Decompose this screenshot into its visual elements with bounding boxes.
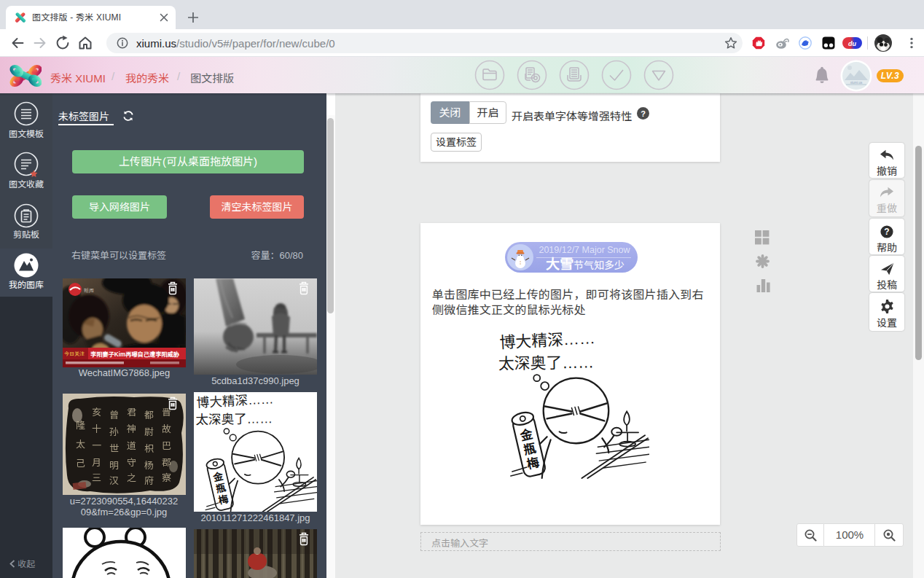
svg-text:府: 府 [144,475,154,486]
svg-text:?: ? [641,109,646,118]
svg-text:道: 道 [127,440,136,451]
svg-text:新闻: 新闻 [84,288,94,293]
svg-text:汉: 汉 [109,475,119,486]
svg-text:太: 太 [76,439,85,450]
svg-text:君: 君 [127,407,136,418]
svg-text:守: 守 [127,457,136,468]
svg-text:都: 都 [144,410,154,421]
svg-text:曾: 曾 [109,410,119,421]
svg-text:?: ? [884,227,889,237]
svg-text:枳: 枳 [144,443,154,454]
svg-text:之: 之 [127,472,136,483]
svg-text:神: 神 [127,423,136,434]
svg-text:隆: 隆 [76,420,85,431]
svg-text:亥: 亥 [92,407,101,418]
svg-text:月: 月 [92,457,101,468]
svg-text:太深奥了……: 太深奥了…… [195,411,273,427]
svg-text:察: 察 [162,472,171,483]
svg-text:郡: 郡 [162,457,171,468]
svg-text:今日关注: 今日关注 [64,351,85,356]
svg-text:尉: 尉 [144,426,154,437]
svg-text:杨: 杨 [144,460,154,471]
svg-text:一: 一 [92,440,101,451]
svg-text:du: du [848,40,856,47]
svg-text:李阳妻子Kim再曝自己遭李阳威胁: 李阳妻子Kim再曝自己遭李阳威胁 [90,351,180,358]
svg-text:太深奥了……: 太深奥了…… [498,353,595,372]
svg-text:十: 十 [92,423,101,434]
svg-text:巴: 巴 [162,440,171,451]
svg-text:明: 明 [109,460,119,471]
svg-text:己: 己 [76,458,85,469]
svg-text:故: 故 [162,423,171,434]
svg-text:世: 世 [109,443,119,454]
svg-text:三: 三 [92,472,101,483]
svg-text:孙: 孙 [109,426,119,437]
